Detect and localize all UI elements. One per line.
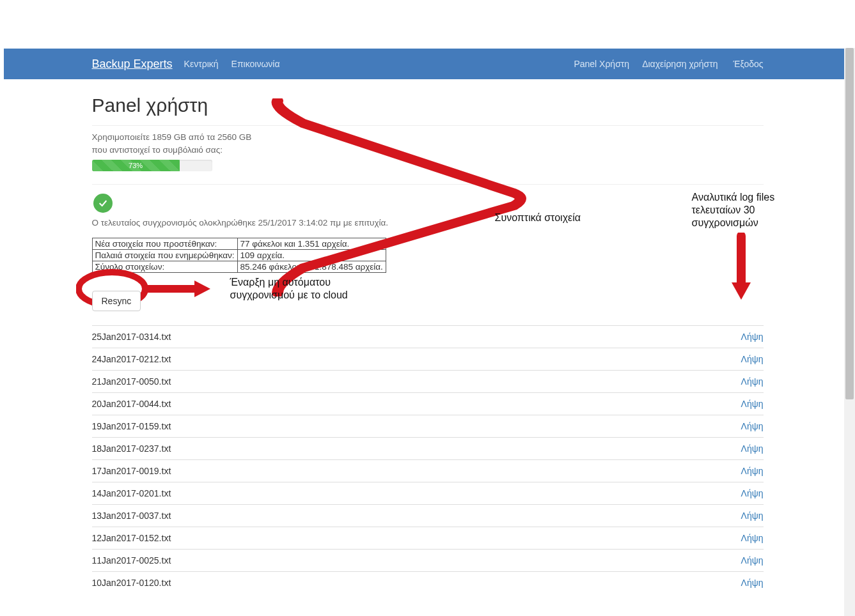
usage-line1: Χρησιμοποιείτε 1859 GB από τα 2560 GB xyxy=(92,132,252,142)
log-row: 21Jan2017-0050.txtΛήψη xyxy=(92,370,764,392)
log-download-link[interactable]: Λήψη xyxy=(741,488,764,498)
brand-link[interactable]: Backup Experts xyxy=(92,58,173,71)
navbar: Backup Experts Κεντρική Επικοινωνία Pane… xyxy=(4,49,851,79)
nav-logout[interactable]: Έξοδος xyxy=(733,59,764,69)
svg-marker-4 xyxy=(732,282,751,300)
nav-manage-user[interactable]: Διαχείρηση χρήστη xyxy=(642,59,720,69)
annotation-logs-label: Αναλυτικά log files τελευταίων 30 συγχρο… xyxy=(692,191,813,229)
log-filename: 20Jan2017-0044.txt xyxy=(92,392,616,415)
log-download-link[interactable]: Λήψη xyxy=(741,511,764,521)
annotation-summary-label: Συνοπτικά στοιχεία xyxy=(495,212,581,224)
log-row: 17Jan2017-0019.txtΛήψη xyxy=(92,459,764,482)
scrollbar-track[interactable] xyxy=(844,48,855,594)
log-download-link[interactable]: Λήψη xyxy=(741,578,764,588)
log-download-link[interactable]: Λήψη xyxy=(741,533,764,543)
nav-central[interactable]: Κεντρική xyxy=(184,59,219,69)
annotation-logs-arrow xyxy=(725,233,757,303)
usage-progress-bar: 73% xyxy=(92,160,180,171)
log-filename: 10Jan2017-0120.txt xyxy=(92,571,616,594)
annotation-arrow-summary xyxy=(265,98,533,296)
log-download-link[interactable]: Λήψη xyxy=(741,399,764,409)
usage-progress: 73% xyxy=(92,160,212,171)
nav-panel-user[interactable]: Panel Χρήστη xyxy=(574,59,629,69)
nav-contact[interactable]: Επικοινωνία xyxy=(231,59,280,69)
log-filename: 11Jan2017-0025.txt xyxy=(92,549,616,571)
resync-button[interactable]: Resync xyxy=(92,291,141,311)
log-download-link[interactable]: Λήψη xyxy=(741,332,764,342)
svg-marker-2 xyxy=(194,281,210,297)
log-row: 14Jan2017-0201.txtΛήψη xyxy=(92,482,764,504)
log-row: 25Jan2017-0314.txtΛήψη xyxy=(92,325,764,348)
log-filename: 21Jan2017-0050.txt xyxy=(92,370,616,392)
log-filename: 18Jan2017-0237.txt xyxy=(92,437,616,459)
log-download-link[interactable]: Λήψη xyxy=(741,466,764,476)
log-row: 11Jan2017-0025.txtΛήψη xyxy=(92,549,764,571)
log-filename: 14Jan2017-0201.txt xyxy=(92,482,616,504)
log-row: 12Jan2017-0152.txtΛήψη xyxy=(92,527,764,549)
log-download-link[interactable]: Λήψη xyxy=(741,421,764,431)
log-row: 13Jan2017-0037.txtΛήψη xyxy=(92,504,764,527)
log-filename: 19Jan2017-0159.txt xyxy=(92,415,616,437)
log-filename: 24Jan2017-0212.txt xyxy=(92,348,616,370)
log-filename: 17Jan2017-0019.txt xyxy=(92,459,616,482)
log-download-link[interactable]: Λήψη xyxy=(741,555,764,566)
usage-line2: που αντιστοιχεί το συμβόλαιό σας: xyxy=(92,145,223,155)
log-download-link[interactable]: Λήψη xyxy=(741,354,764,364)
log-download-link[interactable]: Λήψη xyxy=(741,376,764,387)
log-row: 20Jan2017-0044.txtΛήψη xyxy=(92,392,764,415)
annotation-resync-label: Έναρξη μη αυτόματου συγχρονισμού με το c… xyxy=(230,276,365,302)
log-filename: 12Jan2017-0152.txt xyxy=(92,527,616,549)
status-success-icon xyxy=(93,194,113,213)
log-filename: 25Jan2017-0314.txt xyxy=(92,325,616,348)
log-row: 18Jan2017-0237.txtΛήψη xyxy=(92,437,764,459)
log-file-list: 25Jan2017-0314.txtΛήψη24Jan2017-0212.txt… xyxy=(92,325,764,594)
summary-label: Παλαιά στοιχεία που ενημερώθηκαν: xyxy=(92,249,237,261)
log-row: 24Jan2017-0212.txtΛήψη xyxy=(92,348,764,370)
log-row: 10Jan2017-0120.txtΛήψη xyxy=(92,571,764,594)
log-download-link[interactable]: Λήψη xyxy=(741,443,764,454)
log-filename: 13Jan2017-0037.txt xyxy=(92,504,616,527)
log-row: 19Jan2017-0159.txtΛήψη xyxy=(92,415,764,437)
scrollbar-thumb[interactable] xyxy=(845,48,854,399)
summary-label: Νέα στοιχεία που προστέθηκαν: xyxy=(92,238,237,249)
